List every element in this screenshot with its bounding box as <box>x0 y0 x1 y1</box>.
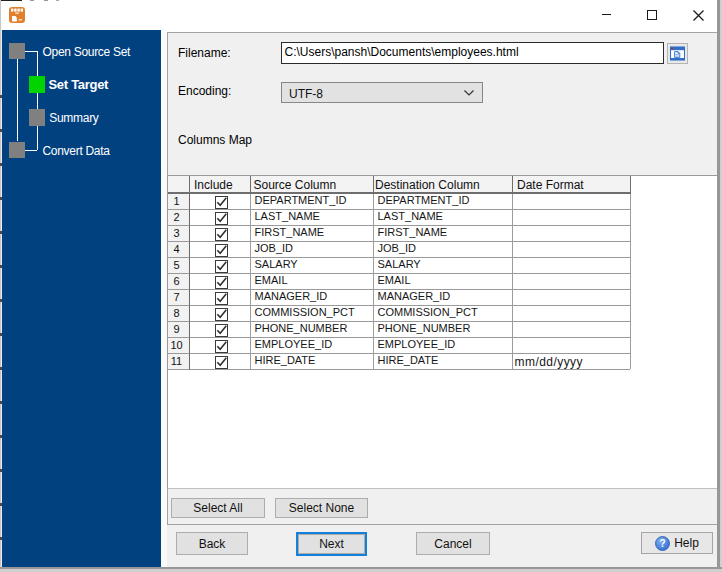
svg-text:?: ? <box>660 538 666 549</box>
